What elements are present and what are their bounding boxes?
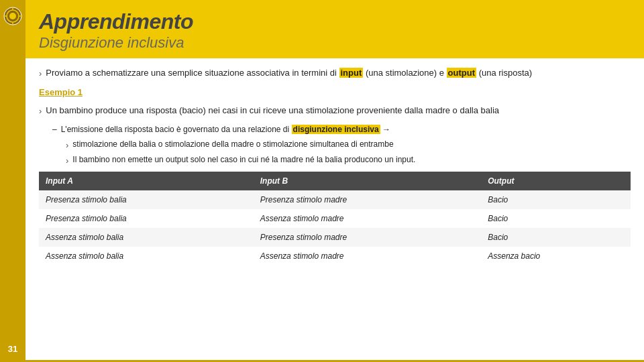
disgiunzione-highlight: disgiunzione inclusiva: [292, 125, 380, 134]
main-content: Apprendimento Disgiunzione inclusiva › P…: [25, 0, 644, 362]
output-highlight: output: [447, 68, 476, 78]
intro-between-text: (una stimolazione) e: [366, 68, 444, 78]
inner-bullet-1: › stimolazione della balia o stimolazion…: [66, 138, 631, 152]
content-area: › Proviamo a schematizzare una semplice …: [25, 58, 644, 360]
col-header-input-b: Input B: [254, 172, 481, 190]
arrow-right-symbol: →: [382, 125, 390, 134]
table-row: Assenza stimolo baliaPresenza stimolo ma…: [39, 228, 631, 247]
table-cell: Presenza stimolo balia: [39, 209, 254, 228]
intro-bullet: › Proviamo a schematizzare una semplice …: [39, 66, 631, 80]
dash-symbol: –: [52, 123, 57, 135]
table-cell: Assenza stimolo balia: [39, 228, 254, 247]
bullet-arrow-2: ›: [39, 105, 42, 118]
example-text: Un bambino produce una risposta (bacio) …: [46, 104, 631, 117]
intro-before-input: Proviamo a schematizzare una semplice si…: [46, 68, 337, 78]
inner-bullet-2: › Il bambino non emette un output solo n…: [66, 154, 631, 168]
svg-point-2: [9, 13, 16, 19]
page-subtitle: Disgiunzione inclusiva: [39, 34, 631, 52]
table-cell: Assenza stimolo madre: [254, 209, 481, 228]
table-cell: Bacio: [481, 209, 631, 228]
sidebar: 31: [0, 0, 25, 362]
page-title: Apprendimento: [39, 9, 631, 34]
truth-table: Input A Input B Output Presenza stimolo …: [39, 172, 631, 265]
table-cell: Bacio: [481, 190, 631, 209]
inner-arrow-2: ›: [66, 154, 68, 168]
table-cell: Presenza stimolo madre: [254, 190, 481, 209]
inner-arrow-1: ›: [66, 139, 68, 152]
intro-after-text: (una risposta): [479, 68, 532, 78]
inner-text-1: stimolazione della balia o stimolazione …: [72, 138, 393, 150]
table-cell: Presenza stimolo madre: [254, 228, 481, 247]
intro-text: Proviamo a schematizzare una semplice si…: [46, 66, 631, 80]
table-row: Presenza stimolo baliaPresenza stimolo m…: [39, 190, 631, 209]
table-cell: Presenza stimolo balia: [39, 190, 254, 209]
table-cell: Assenza stimolo balia: [39, 247, 254, 265]
page-number: 31: [8, 344, 17, 354]
col-header-input-a: Input A: [39, 172, 254, 190]
bullet-arrow-1: ›: [39, 67, 42, 80]
sub-bullet-dash: – L'emissione della risposta bacio è gov…: [52, 123, 631, 135]
example-heading: Esempio 1: [39, 86, 631, 99]
sub-text-before: L'emissione della risposta bacio è gover…: [61, 125, 290, 134]
example-bullet: › Un bambino produce una risposta (bacio…: [39, 104, 631, 118]
inner-text-2: Il bambino non emette un output solo nel…: [72, 154, 415, 166]
logo-icon: [3, 7, 22, 25]
sub-text: L'emissione della risposta bacio è gover…: [61, 123, 390, 135]
header-banner: Apprendimento Disgiunzione inclusiva: [25, 0, 644, 58]
col-header-output: Output: [481, 172, 631, 190]
table-cell: Assenza bacio: [481, 247, 631, 265]
table-cell: Bacio: [481, 228, 631, 247]
table-row: Presenza stimolo baliaAssenza stimolo ma…: [39, 209, 631, 228]
table-row: Assenza stimolo baliaAssenza stimolo mad…: [39, 247, 631, 265]
table-header-row: Input A Input B Output: [39, 172, 631, 190]
input-highlight: input: [339, 68, 364, 78]
table-cell: Assenza stimolo madre: [254, 247, 481, 265]
